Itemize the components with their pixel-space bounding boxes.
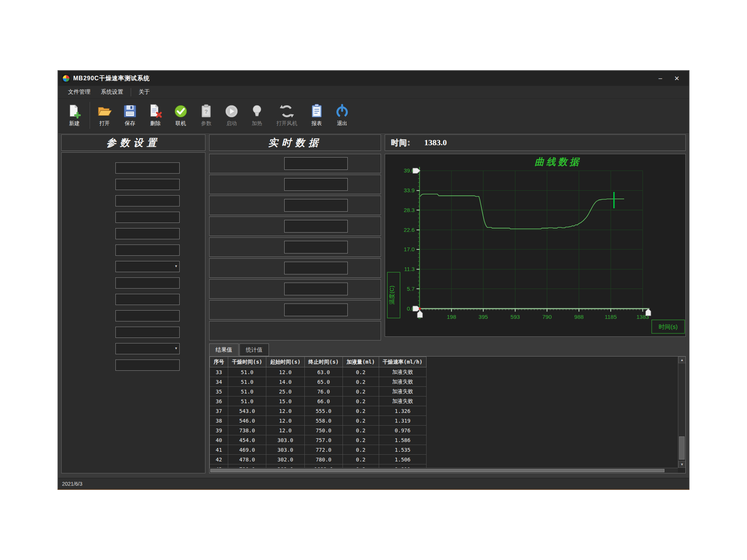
table-row[interactable]: 3351.012.063.00.2加液失败 bbox=[210, 367, 427, 377]
y-tick-label: 5.7 bbox=[407, 286, 415, 292]
table-cell: 0.2 bbox=[342, 396, 379, 406]
wind-speed-display bbox=[284, 157, 348, 170]
delete-button[interactable]: 删除 bbox=[144, 104, 167, 127]
table-cell: 558.0 bbox=[304, 416, 342, 426]
table-cell: 加液失败 bbox=[379, 396, 427, 406]
table-cell: 12.0 bbox=[266, 406, 304, 416]
table-cell: 555.0 bbox=[304, 406, 342, 416]
new-document-icon bbox=[67, 104, 82, 119]
test-date-input[interactable]: ▼ bbox=[115, 261, 180, 272]
tab-results[interactable]: 结果值 bbox=[209, 343, 239, 356]
wind-speed-input[interactable] bbox=[115, 294, 180, 305]
close-button[interactable]: ✕ bbox=[669, 73, 685, 84]
table-cell: 469.0 bbox=[228, 445, 266, 455]
toolbar-separator bbox=[90, 102, 90, 129]
param-row-standard bbox=[66, 195, 205, 206]
time-header: 时间: 1383.0 bbox=[385, 134, 686, 151]
title-bar: MB290C干燥速率测试系统 – ✕ bbox=[58, 71, 689, 86]
toolbar-button-label: 退出 bbox=[337, 120, 347, 127]
table-row[interactable]: 3451.014.065.00.2加液失败 bbox=[210, 377, 427, 387]
table-row[interactable]: 42478.0302.0780.00.21.506 bbox=[210, 455, 427, 464]
axis-marker-top[interactable] bbox=[413, 168, 420, 173]
dosing-mode-input[interactable]: ▼ bbox=[115, 343, 180, 354]
heat-icon bbox=[249, 104, 264, 119]
table-cell: 37 bbox=[210, 406, 228, 416]
operator-input[interactable] bbox=[115, 212, 180, 223]
test-file-input[interactable] bbox=[115, 162, 180, 174]
toolbar-button-label: 联机 bbox=[176, 120, 186, 127]
table-row[interactable]: 40454.0303.0757.00.21.586 bbox=[210, 435, 427, 445]
test-method-input[interactable] bbox=[115, 179, 180, 190]
sample-name-input[interactable] bbox=[115, 228, 180, 239]
table-cell: 25.0 bbox=[266, 387, 304, 396]
hotplate-temp-input[interactable] bbox=[115, 327, 180, 338]
table-cell: 0.2 bbox=[342, 445, 379, 455]
open-button[interactable]: 打开 bbox=[93, 104, 116, 127]
tab-statistics[interactable]: 统计值 bbox=[239, 343, 269, 356]
toolbar-button-label: 启动 bbox=[226, 120, 237, 127]
table-cell: 34 bbox=[210, 377, 228, 387]
curve-chart-panel: 0.05.711.317.022.628.333.939.60198395593… bbox=[385, 154, 686, 337]
menu-about[interactable]: 关于 bbox=[133, 87, 155, 97]
horizontal-scroll-thumb[interactable] bbox=[210, 469, 664, 472]
exit-button[interactable]: 退出 bbox=[331, 104, 354, 127]
table-cell: 66.0 bbox=[304, 396, 342, 406]
chevron-down-icon[interactable]: ▼ bbox=[174, 346, 178, 350]
column-header: 干燥速率(ml/h) bbox=[379, 357, 427, 367]
table-cell: 41 bbox=[210, 445, 228, 455]
table-cell: 76.0 bbox=[304, 387, 342, 396]
y-tick-label: 11.3 bbox=[404, 266, 415, 272]
param-row-hotplate-temp bbox=[66, 327, 205, 338]
drying-time-display bbox=[284, 262, 348, 274]
realtime-panel-title: 实时数据 bbox=[268, 136, 322, 149]
ambient-humidity-input[interactable] bbox=[115, 277, 180, 289]
toolbar-button-label: 报表 bbox=[311, 120, 322, 127]
table-cell: 42 bbox=[210, 455, 228, 464]
save-button[interactable]: 保存 bbox=[118, 104, 142, 127]
vertical-scrollbar[interactable]: ▲ ▼ bbox=[678, 357, 685, 468]
horizontal-scrollbar[interactable] bbox=[210, 468, 678, 473]
table-row[interactable]: 37543.012.0555.00.21.326 bbox=[210, 406, 427, 416]
params-icon: ? bbox=[199, 104, 214, 119]
open-folder-icon bbox=[97, 104, 112, 119]
menu-system-settings[interactable]: 系统设置 bbox=[96, 87, 128, 97]
sample-no-input[interactable] bbox=[115, 245, 180, 256]
report-icon bbox=[309, 104, 324, 119]
table-row[interactable]: 3551.025.076.00.2加液失败 bbox=[210, 387, 427, 396]
param-row-test-file bbox=[66, 162, 205, 174]
water-volume-input[interactable] bbox=[115, 310, 180, 321]
new-button[interactable]: 新建 bbox=[63, 104, 86, 127]
axis-marker-x-end[interactable] bbox=[646, 309, 651, 316]
scroll-down-icon[interactable]: ▼ bbox=[678, 461, 686, 468]
report-button[interactable]: 报表 bbox=[305, 104, 328, 127]
table-cell: 51.0 bbox=[228, 387, 266, 396]
y-tick-label: 33.9 bbox=[404, 187, 415, 193]
chevron-down-icon[interactable]: ▼ bbox=[174, 264, 178, 268]
minimize-button[interactable]: – bbox=[652, 73, 669, 84]
params-panel-title: 参数设置 bbox=[106, 136, 160, 149]
standard-input[interactable] bbox=[115, 195, 180, 206]
table-cell: 0.2 bbox=[342, 377, 379, 387]
column-header: 加液量(ml) bbox=[342, 357, 379, 367]
balance-time-input[interactable] bbox=[115, 360, 180, 371]
toolbar: 新建打开保存删除联机?参数启动加热打开风机报表退出 bbox=[58, 99, 689, 133]
y-tick-label: 17.0 bbox=[404, 246, 415, 252]
axis-marker-x-start[interactable] bbox=[417, 311, 422, 318]
table-cell: 302.0 bbox=[266, 455, 304, 464]
realtime-row-ambient-temp bbox=[209, 217, 381, 236]
menu-file-management[interactable]: 文件管理 bbox=[63, 87, 96, 97]
table-row[interactable]: 41469.0303.0772.00.21.535 bbox=[210, 445, 427, 455]
y-tick-label: 28.3 bbox=[404, 207, 415, 213]
vertical-scroll-thumb[interactable] bbox=[679, 436, 685, 460]
table-cell: 0.2 bbox=[342, 435, 379, 445]
table-row[interactable]: 39738.012.0750.00.20.976 bbox=[210, 426, 427, 435]
table-cell: 0.2 bbox=[342, 455, 379, 464]
y-axis-label: 温度(C) bbox=[388, 286, 395, 305]
scroll-up-icon[interactable]: ▲ bbox=[678, 357, 686, 363]
table-cell: 0.2 bbox=[342, 387, 379, 396]
table-row[interactable]: 38546.012.0558.00.21.319 bbox=[210, 416, 427, 426]
table-row[interactable]: 3651.015.066.00.2加液失败 bbox=[210, 396, 427, 406]
connect-button[interactable]: 联机 bbox=[169, 104, 192, 127]
table-cell: 加液失败 bbox=[379, 377, 427, 387]
params-button: ?参数 bbox=[195, 104, 218, 127]
